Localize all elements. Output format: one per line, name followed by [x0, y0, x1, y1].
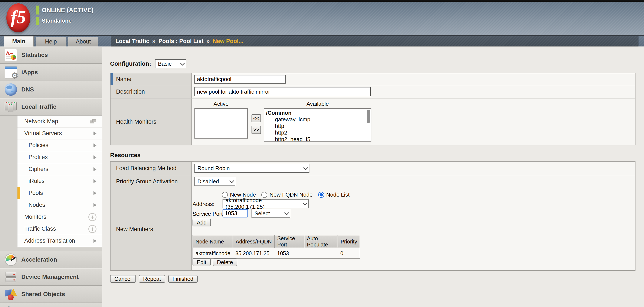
sidebar-item-statistics[interactable]: Statistics: [0, 47, 102, 64]
list-item[interactable]: /Common: [266, 110, 369, 116]
list-item[interactable]: http: [266, 123, 369, 129]
list-item[interactable]: http2_head_f5: [266, 136, 369, 142]
sidebar-item-label: DNS: [21, 86, 34, 93]
service-port-label: Service Port:: [192, 211, 224, 217]
resources-section-title: Resources: [110, 152, 644, 159]
plus-circle-icon[interactable]: +: [88, 213, 96, 221]
sidebar-item-acceleration[interactable]: Acceleration: [0, 251, 102, 268]
chevron-right-icon: [94, 155, 96, 159]
sidebar-item-address-translation[interactable]: Address Translation: [18, 235, 102, 247]
shared-objects-icon: [5, 288, 17, 300]
active-monitors-listbox[interactable]: [194, 108, 248, 139]
sidebar-item-distributed-cloud-services[interactable]: ⚙ Distributed Cloud Services: [0, 303, 102, 307]
breadcrumb-item[interactable]: Local Traffic: [116, 38, 149, 45]
load-balancing-select[interactable]: Round Robin: [194, 164, 310, 173]
description-input[interactable]: [194, 87, 371, 96]
sidebar-item-label: Shared Objects: [21, 291, 65, 298]
form-footer-buttons: Cancel Repeat Finished: [110, 275, 644, 283]
status-green-bar-icon: [36, 6, 39, 15]
sidebar-item-nodes[interactable]: Nodes: [18, 199, 102, 211]
scrollbar-thumb[interactable]: [367, 110, 370, 123]
move-right-button[interactable]: >>: [252, 126, 261, 134]
status-block: ONLINE (ACTIVE) Standalone: [36, 6, 94, 27]
network-map-icon[interactable]: [90, 119, 96, 124]
column-header: Address/FQDN: [233, 235, 274, 248]
repeat-button[interactable]: Repeat: [139, 275, 165, 283]
sidebar-item-local-traffic[interactable]: Local Traffic: [0, 98, 102, 116]
sidebar-item-irules[interactable]: iRules: [18, 175, 102, 187]
sidebar-item-virtual-servers[interactable]: Virtual Servers: [18, 128, 102, 139]
statistics-icon: [5, 49, 17, 61]
chevron-down-icon: [180, 61, 185, 66]
load-balancing-row: Load Balancing Method Round Robin: [110, 162, 635, 175]
available-monitors-listbox[interactable]: /Common gateway_icmp http http2 http2_he…: [264, 108, 372, 142]
description-row: Description: [110, 85, 635, 99]
chevron-right-icon: [94, 203, 96, 207]
breadcrumb-item[interactable]: Pools : Pool List: [158, 38, 204, 45]
banner: f5 ONLINE (ACTIVE) Standalone: [0, 2, 644, 36]
delete-button[interactable]: Delete: [213, 258, 237, 266]
new-members-row: New Members New Node New FQDN Node Node …: [110, 188, 635, 270]
cell-address: 35.200.171.25: [233, 248, 274, 259]
tab-band: Main Help About Local Traffic » Pools : …: [0, 36, 644, 47]
cell-node-name: aktotrafficnode: [193, 248, 233, 259]
cell-priority: 0: [338, 248, 360, 259]
table-row[interactable]: aktotrafficnode 35.200.171.25 1053 0: [193, 248, 360, 259]
cancel-button[interactable]: Cancel: [110, 275, 136, 283]
sidebar-item-device-management[interactable]: Device Management: [0, 268, 102, 286]
tab-help[interactable]: Help: [36, 37, 66, 47]
sidebar-item-traffic-class[interactable]: Traffic Class +: [18, 223, 102, 235]
new-members-label: New Members: [110, 188, 192, 270]
sidebar-item-monitors[interactable]: Monitors +: [18, 211, 102, 223]
chevron-right-icon: [94, 143, 96, 147]
name-input[interactable]: [194, 75, 286, 84]
node-list-radio[interactable]: [318, 192, 324, 198]
add-button[interactable]: Add: [192, 219, 211, 226]
chevron-right-icon: [94, 167, 96, 171]
move-left-button[interactable]: <<: [252, 114, 261, 122]
status-standalone-text: Standalone: [42, 18, 72, 24]
service-port-input[interactable]: [222, 209, 248, 217]
f5-logo: f5: [6, 4, 30, 33]
chevron-down-icon: [304, 165, 308, 170]
sidebar-item-label: Acceleration: [21, 256, 57, 263]
configuration-select[interactable]: Basic: [155, 59, 186, 68]
edit-button[interactable]: Edit: [192, 258, 210, 266]
sidebar-item-network-map[interactable]: Network Map: [18, 116, 102, 128]
health-monitors-label: Health Monitors: [110, 99, 192, 145]
members-table: Node Name Address/FQDN Service Port Auto…: [192, 235, 360, 259]
column-header: Priority: [338, 235, 360, 248]
list-item[interactable]: http2: [266, 129, 369, 136]
cell-service-port: 1053: [274, 248, 304, 259]
chevron-down-icon: [229, 178, 234, 183]
general-properties-table: Name Description Health Monitors Act: [110, 73, 636, 145]
f5-logo-text: f5: [11, 8, 26, 26]
sidebar-item-pools[interactable]: Pools: [18, 187, 102, 199]
tab-about[interactable]: About: [68, 37, 98, 47]
plus-circle-icon[interactable]: +: [88, 225, 96, 233]
description-label: Description: [110, 85, 192, 98]
sidebar-item-shared-objects[interactable]: Shared Objects: [0, 286, 102, 303]
sidebar-item-policies[interactable]: Policies: [18, 139, 102, 151]
address-select[interactable]: aktotrafficnode (35.200.171.25): [222, 199, 308, 208]
chevron-right-icon: [94, 191, 96, 195]
finished-button[interactable]: Finished: [168, 275, 198, 283]
service-port-select[interactable]: Select...: [252, 209, 290, 218]
breadcrumb-separator: »: [206, 38, 210, 45]
available-list-label: Available: [264, 101, 372, 107]
tab-main[interactable]: Main: [4, 36, 34, 47]
priority-group-select[interactable]: Disabled: [194, 177, 235, 186]
resources-table: Load Balancing Method Round Robin Priori…: [110, 161, 636, 271]
status-row-online: ONLINE (ACTIVE): [36, 6, 94, 15]
sidebar-item-profiles[interactable]: Profiles: [18, 151, 102, 163]
sidebar-item-ciphers[interactable]: Ciphers: [18, 163, 102, 175]
list-item[interactable]: gateway_icmp: [266, 116, 369, 123]
sidebar-item-dns[interactable]: DNS: [0, 81, 102, 98]
f5-bigip-screen: f5 ONLINE (ACTIVE) Standalone Main Help …: [0, 0, 644, 307]
name-label: Name: [110, 73, 192, 85]
dns-globe-icon: [5, 83, 17, 96]
local-traffic-icon: [5, 101, 17, 113]
sidebar-item-iapps[interactable]: ⚙ iApps: [0, 64, 102, 81]
top-strip: [0, 0, 644, 2]
priority-group-label: Priority Group Activation: [110, 175, 192, 188]
